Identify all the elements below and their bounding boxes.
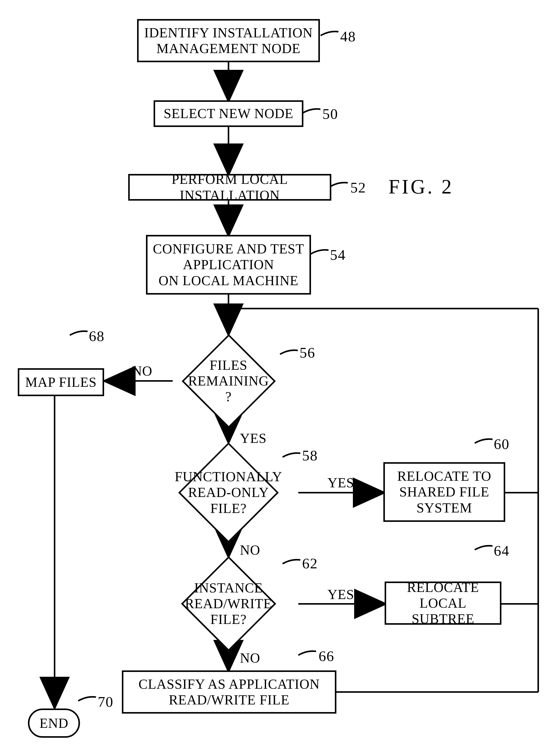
process-configure-and-test-application: CONFIGURE AND TEST APPLICATION ON LOCAL … — [146, 235, 311, 295]
ref-num-48: 48 — [340, 28, 356, 45]
edge-label-62-no: NO — [240, 650, 260, 666]
edge-label-58-no: NO — [240, 542, 260, 558]
ref-num-58: 58 — [302, 447, 318, 464]
process-identify-installation-management-node: IDENTIFY INSTALLATION MANAGEMENT NODE — [137, 19, 320, 62]
terminal-end: END — [28, 708, 80, 738]
ref-num-66: 66 — [319, 647, 334, 665]
ref-num-52: 52 — [350, 179, 366, 196]
edge-label-56-no: NO — [132, 363, 152, 379]
ref-num-56: 56 — [299, 344, 315, 361]
edge-label-56-yes: YES — [240, 431, 267, 446]
process-relocate-to-shared-file-system: RELOCATE TO SHARED FILE SYSTEM — [383, 462, 505, 522]
process-classify-as-application-read-write-file: CLASSIFY AS APPLICATION READ/WRITE FILE — [122, 670, 336, 714]
ref-num-50: 50 — [322, 106, 338, 122]
figure-label: FIG. 2 — [388, 175, 454, 198]
ref-num-68: 68 — [89, 328, 105, 345]
ref-num-62: 62 — [302, 555, 318, 572]
process-select-new-node: SELECT NEW NODE — [154, 100, 303, 127]
ref-num-54: 54 — [330, 246, 346, 263]
ref-num-64: 64 — [494, 542, 509, 559]
process-perform-local-installation: PERFORM LOCAL INSTALLATION — [128, 174, 331, 201]
ref-num-70: 70 — [98, 693, 114, 710]
process-relocate-local-subtree: RELOCATE LOCAL SUBTREE — [385, 582, 501, 625]
edge-label-62-yes: YES — [327, 587, 354, 602]
ref-num-60: 60 — [494, 436, 509, 453]
process-map-files: MAP FILES — [18, 368, 104, 396]
edge-label-58-yes: YES — [327, 475, 354, 491]
